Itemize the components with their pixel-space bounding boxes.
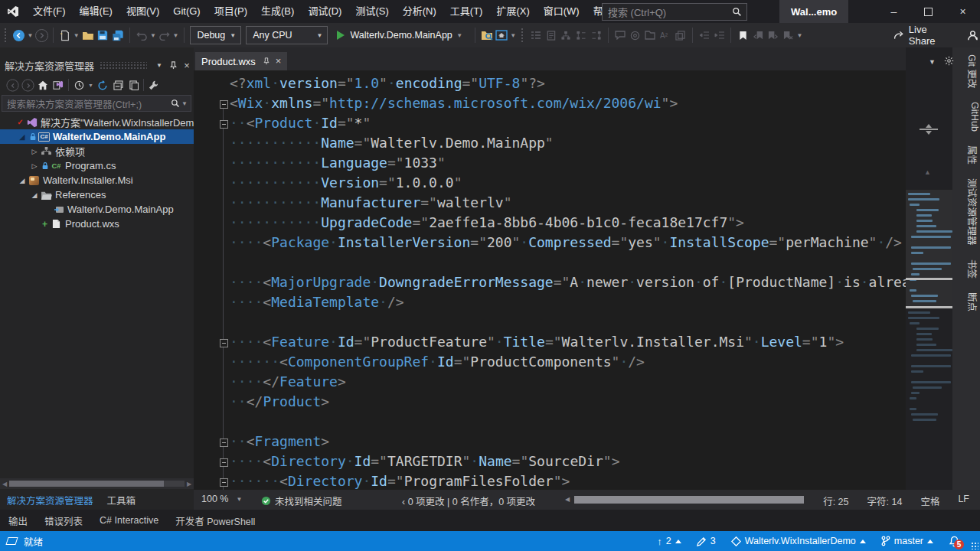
tree-item-program-cs[interactable]: ▷C#Program.cs [0, 158, 194, 173]
explorer-horizontal-scrollbar[interactable]: ◀ ▶ [0, 478, 194, 489]
code-line-7[interactable]: ···········Manufacturer="walterlv" [230, 193, 906, 213]
code-line-2[interactable]: <Wix·xmlns="http://schemas.microsoft.com… [230, 93, 906, 113]
code-line-18[interactable] [230, 412, 906, 432]
hierarchy-collapse-icon[interactable] [589, 26, 604, 44]
code-line-20[interactable]: ····<Directory·Id="TARGETDIR"·Name="Sour… [230, 452, 906, 471]
tool-tab-0[interactable]: 解决方案资源管理器 [0, 493, 100, 507]
tree-item-walterlv-demo-mainapp[interactable]: Walterlv.Demo.MainApp [0, 202, 194, 217]
new-file-dropdown[interactable]: ▼ [73, 26, 80, 44]
redo-dropdown[interactable]: ▼ [172, 26, 180, 44]
panel-tab-0[interactable]: 输出 [0, 514, 36, 528]
panel-tab-2[interactable]: C# Interactive [91, 515, 167, 526]
start-debug-button[interactable]: Walterlv.Demo.MainApp ▼ [336, 26, 463, 44]
refresh-icon[interactable] [95, 77, 110, 93]
save-button[interactable] [96, 26, 111, 44]
home-icon[interactable] [35, 77, 51, 93]
maximize-button[interactable] [911, 0, 946, 23]
code-line-9[interactable]: ····<Package·InstallerVersion="200"·Comp… [230, 233, 906, 253]
close-icon[interactable]: × [276, 57, 282, 65]
toolbar-drag-handle[interactable] [521, 28, 524, 43]
tree-item-product-wxs[interactable]: +Product.wxs [0, 217, 194, 231]
close-icon[interactable]: × [180, 60, 194, 71]
indent-mode-indicator[interactable]: 空格 [920, 494, 939, 508]
code-line-3[interactable]: ··<Product·Id="*" [230, 113, 906, 133]
filter-dropdown[interactable]: ▼ [87, 76, 95, 94]
start-dropdown[interactable]: ▼ [456, 26, 464, 44]
menu-item-3[interactable]: Git(G) [166, 0, 207, 23]
menu-item-4[interactable]: 项目(P) [207, 0, 254, 23]
bookmark-icon[interactable] [735, 26, 750, 44]
menu-item-0[interactable]: 文件(F) [26, 0, 73, 23]
surround-icon[interactable] [642, 26, 658, 44]
minimap-scrollbar[interactable]: ▲ [906, 47, 952, 490]
rename-icon[interactable]: A² [658, 26, 673, 44]
scroll-left-icon[interactable]: ◀ [563, 496, 572, 503]
code-line-1[interactable]: <?xml·version="1.0"·encoding="UTF-8"?> [230, 73, 906, 93]
bookmark-overflow-dropdown[interactable]: ▼ [796, 26, 804, 44]
code-line-11[interactable]: ····<MajorUpgrade·DowngradeErrorMessage=… [230, 272, 906, 292]
code-line-10[interactable] [230, 253, 906, 272]
code-line-8[interactable]: ···········UpgradeCode="2aeffe1a-8bb6-4b… [230, 213, 906, 233]
toolbar-overflow-dropdown[interactable]: ▼ [509, 26, 517, 44]
tree-item--walterlv-wixinstallerdemo-[interactable]: ✓解决方案"Walterlv.WixInstallerDemo" [0, 115, 194, 129]
fold-collapse-icon[interactable] [220, 478, 228, 487]
zoom-dropdown[interactable]: 100 %▼ [201, 494, 242, 504]
find-in-files-button[interactable] [479, 26, 495, 44]
menu-item-1[interactable]: 编辑(E) [73, 0, 119, 23]
eol-indicator[interactable]: LF [958, 494, 969, 508]
scrollbar-thumb[interactable] [9, 481, 164, 487]
notifications-button[interactable]: 5 [949, 536, 960, 547]
fold-collapse-icon[interactable] [220, 100, 228, 109]
properties-wrench-icon[interactable] [146, 77, 162, 93]
undo-button[interactable] [134, 26, 149, 44]
side-tab-2[interactable]: 属性 [952, 139, 980, 171]
solution-search-box[interactable]: 搜索解决方案资源管理器(Ctrl+;) ▼ [2, 95, 191, 112]
tab-product-wxs[interactable]: Product.wxs × [195, 52, 287, 70]
code-line-12[interactable]: ····<MediaTemplate·/> [230, 292, 906, 312]
sync-with-active-document-icon[interactable] [51, 77, 66, 93]
redo-button[interactable] [157, 26, 172, 44]
menu-item-10[interactable]: 扩展(X) [489, 0, 536, 23]
code-line-15[interactable]: ······<ComponentGroupRef·Id="ProductComp… [230, 352, 906, 372]
clear-bookmarks-icon[interactable] [781, 26, 796, 44]
menu-item-7[interactable]: 测试(S) [348, 0, 395, 23]
account-icon[interactable] [965, 26, 980, 44]
source-control-changes-info[interactable]: ‹ 0 项更改 | 0 名作者，0 项更改 [402, 494, 535, 508]
platform-dropdown[interactable]: Any CPU▼ [246, 26, 328, 44]
quick-search-box[interactable]: 搜索 (Ctrl+Q) [602, 3, 747, 21]
scroll-right-icon[interactable]: ▶ [185, 481, 194, 487]
code-line-6[interactable]: ···········Version="1.0.0.0" [230, 173, 906, 193]
expander-collapsed-icon[interactable]: ▷ [29, 148, 40, 155]
scroll-up-icon[interactable]: ▲ [924, 168, 931, 176]
hierarchy-icon[interactable] [558, 26, 573, 44]
tool-tab-1[interactable]: 工具箱 [100, 493, 143, 507]
side-tab-5[interactable]: 断点 [952, 285, 980, 318]
navigate-forward-button[interactable] [34, 26, 49, 44]
open-file-button[interactable] [80, 26, 96, 44]
hierarchy-expand-icon[interactable] [573, 26, 589, 44]
menu-item-8[interactable]: 分析(N) [396, 0, 443, 23]
code-line-14[interactable]: ····<Feature·Id="ProductFeature"·Title="… [230, 332, 906, 352]
panel-tab-1[interactable]: 错误列表 [36, 514, 91, 528]
scrollbar-thumb[interactable] [574, 496, 804, 504]
pin-icon[interactable] [166, 61, 180, 70]
comment-icon[interactable] [612, 26, 628, 44]
collapse-all-icon[interactable] [110, 77, 126, 93]
explorer-forward-button[interactable] [20, 77, 35, 93]
mention-icon[interactable] [628, 26, 643, 44]
tree-item-walterlv-demo-mainapp[interactable]: ◢C#Walterlv.Demo.MainApp [0, 129, 194, 144]
panel-tab-3[interactable]: 开发者 PowerShell [167, 514, 263, 528]
tree-item-references[interactable]: ◢References [0, 187, 194, 202]
new-file-button[interactable] [57, 26, 73, 44]
code-line-5[interactable]: ···········Language="1033" [230, 153, 906, 173]
pending-changes-filter-icon[interactable] [71, 77, 87, 93]
configuration-dropdown[interactable]: Debug▼ [190, 26, 241, 44]
pin-icon[interactable] [263, 57, 270, 65]
tree-item-walterlv-installer-msi[interactable]: ◢Walterlv.Installer.Msi [0, 173, 194, 187]
menu-item-11[interactable]: 窗口(W) [537, 0, 586, 23]
line-indicator[interactable]: 行: 25 [823, 494, 848, 508]
next-bookmark-icon[interactable] [766, 26, 781, 44]
code-line-17[interactable]: ··</Product> [230, 392, 906, 412]
side-tab-0[interactable]: Git 更改 [952, 47, 980, 95]
undo-dropdown[interactable]: ▼ [149, 26, 157, 44]
